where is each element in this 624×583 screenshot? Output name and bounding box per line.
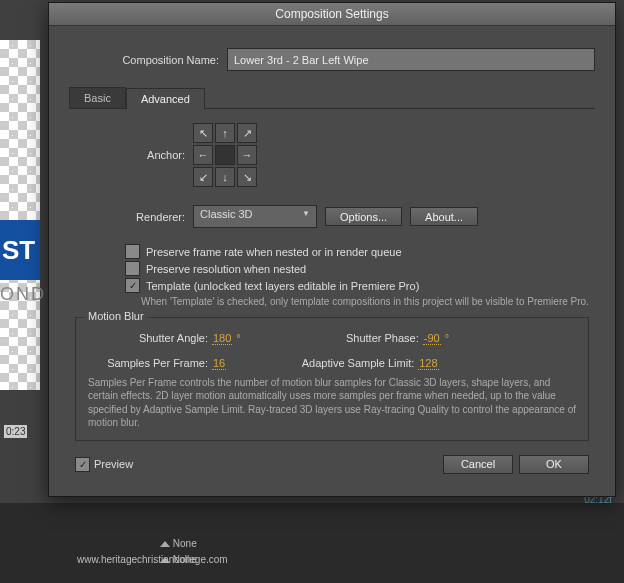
preserve-fps-checkbox[interactable] xyxy=(125,244,140,259)
anchor-grid: ↖ ↑ ↗ ← → ↙ ↓ ↘ xyxy=(193,123,257,187)
anchor-label: Anchor: xyxy=(75,149,185,161)
degree-1: ° xyxy=(236,332,240,344)
samples-label: Samples Per Frame: xyxy=(88,357,208,369)
motion-blur-group: Motion Blur Shutter Angle: 180 ° Shutter… xyxy=(75,317,589,441)
renderer-dropdown[interactable]: Classic 3D xyxy=(193,205,317,228)
home-icon xyxy=(160,541,170,547)
timecode: 0:23 xyxy=(4,425,27,438)
preserve-res-checkbox[interactable] xyxy=(125,261,140,276)
preview-label: Preview xyxy=(94,458,133,470)
layer-row-none-1: None xyxy=(160,538,197,549)
composition-settings-dialog: Composition Settings Composition Name: B… xyxy=(48,2,616,497)
about-button[interactable]: About... xyxy=(410,207,478,226)
renderer-label: Renderer: xyxy=(75,211,185,223)
template-label: Template (unlocked text layers editable … xyxy=(146,280,419,292)
degree-2: ° xyxy=(445,332,449,344)
anchor-sw[interactable]: ↙ xyxy=(193,167,213,187)
shutter-phase-label: Shutter Phase: xyxy=(319,332,419,344)
adaptive-label: Adaptive Sample Limit: xyxy=(274,357,414,369)
tab-advanced[interactable]: Advanced xyxy=(126,88,205,109)
preview-checkbox[interactable]: ✓ xyxy=(75,457,90,472)
anchor-n[interactable]: ↑ xyxy=(215,123,235,143)
shutter-angle-value[interactable]: 180 xyxy=(212,332,232,345)
tab-basic[interactable]: Basic xyxy=(69,87,126,108)
bg-secondary-text: OND xyxy=(0,284,46,305)
anchor-ne[interactable]: ↗ xyxy=(237,123,257,143)
template-help-text: When 'Template' is checked, only templat… xyxy=(75,295,589,309)
ok-button[interactable]: OK xyxy=(519,455,589,474)
shutter-phase-value[interactable]: -90 xyxy=(423,332,441,345)
comp-name-label: Composition Name: xyxy=(69,54,219,66)
anchor-s[interactable]: ↓ xyxy=(215,167,235,187)
anchor-w[interactable]: ← xyxy=(193,145,213,165)
preserve-res-label: Preserve resolution when nested xyxy=(146,263,306,275)
shutter-angle-label: Shutter Angle: xyxy=(88,332,208,344)
dialog-title: Composition Settings xyxy=(49,3,615,26)
transparency-checker xyxy=(0,40,40,390)
template-checkbox[interactable]: ✓ xyxy=(125,278,140,293)
options-button[interactable]: Options... xyxy=(325,207,402,226)
anchor-e[interactable]: → xyxy=(237,145,257,165)
adaptive-value[interactable]: 128 xyxy=(418,357,438,370)
preserve-fps-label: Preserve frame rate when nested or in re… xyxy=(146,246,402,258)
tab-bar: Basic Advanced xyxy=(69,87,595,109)
bg-blue-bar: ST xyxy=(0,220,40,280)
anchor-se[interactable]: ↘ xyxy=(237,167,257,187)
watermark-url: www.heritagechristiancollege.com xyxy=(77,554,228,565)
motion-blur-help: Samples Per Frame controls the number of… xyxy=(88,376,578,430)
anchor-center[interactable] xyxy=(215,145,235,165)
anchor-nw[interactable]: ↖ xyxy=(193,123,213,143)
timeline-panel: None None xyxy=(0,503,624,583)
motion-blur-legend: Motion Blur xyxy=(84,310,148,322)
samples-value[interactable]: 16 xyxy=(212,357,226,370)
comp-name-input[interactable] xyxy=(227,48,595,71)
cancel-button[interactable]: Cancel xyxy=(443,455,513,474)
